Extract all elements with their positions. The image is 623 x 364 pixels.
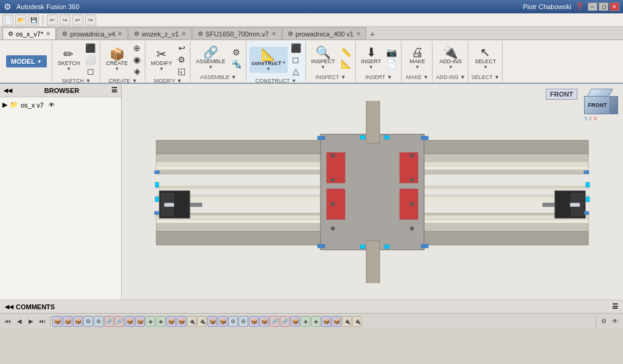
timeline-item-14[interactable]: 🔌 [187, 316, 197, 327]
timeline-item-5[interactable]: ⚙ [94, 316, 103, 327]
redo2-button[interactable]: ↪ [85, 15, 96, 26]
timeline-item-6[interactable]: 🔗 [104, 316, 114, 327]
tab-os-x-v7[interactable]: ⚙ os_x_v7* ✕ [2, 27, 56, 39]
minimize-button[interactable]: ─ [588, 2, 597, 11]
create-sm-2[interactable]: ◉ [131, 54, 142, 65]
timeline-item-19[interactable]: ⚙ [238, 316, 248, 327]
timeline-item-27[interactable]: 📦 [321, 316, 331, 327]
timeline-item-22[interactable]: 🔗 [270, 316, 279, 327]
comments-collapse-icon[interactable]: ◀◀ [5, 304, 13, 310]
tab-add-button[interactable]: + [367, 29, 378, 39]
timeline-item-26[interactable]: ◈ [311, 316, 321, 327]
modify-sm-2[interactable]: ⚙ [176, 54, 187, 65]
timeline-item-3[interactable]: 📦 [73, 316, 83, 327]
inspect-sm-2[interactable]: 📐 [339, 58, 353, 69]
assemble-sm-1[interactable]: ⚙ [229, 47, 243, 58]
undo-button[interactable]: ↩ [47, 15, 58, 26]
comments-options-icon[interactable]: ☰ [612, 303, 618, 311]
timeline-item-30[interactable]: 🔌 [352, 316, 362, 327]
close-button[interactable]: ✕ [610, 2, 619, 11]
timeline-item-20[interactable]: 📦 [249, 316, 259, 327]
assemble-button[interactable]: 🔗 ASSEMBLE ▼ [193, 45, 228, 71]
insert-sm-2[interactable]: 📄 [385, 58, 399, 69]
workspace-button[interactable]: MODEL ▼ [6, 55, 47, 67]
view-cube[interactable]: FRONT Y z X [582, 89, 618, 125]
assemble-sm-2[interactable]: 🔩 [229, 58, 243, 69]
timeline-settings-button[interactable]: ⚙ [598, 316, 609, 327]
timeline-prev-button[interactable]: ◀ [14, 316, 25, 327]
sketch-sm-2[interactable]: ⬜ [83, 54, 97, 65]
timeline-item-23[interactable]: 🔗 [280, 316, 290, 327]
tab-close-1[interactable]: ✕ [117, 30, 122, 37]
timeline-first-button[interactable]: ⏮ [2, 316, 13, 327]
redo-button[interactable]: ↪ [60, 15, 71, 26]
timeline-item-7[interactable]: 🔗 [114, 316, 124, 327]
inspect-sm-1[interactable]: 📏 [339, 47, 353, 58]
make-button[interactable]: 🖨 MAKE ▼ [406, 45, 428, 71]
create-sm-3[interactable]: ◈ [131, 66, 142, 77]
browser-item-root[interactable]: ▶ 📁 os_x v7 👁 [2, 100, 119, 110]
modify-sm-3[interactable]: ◱ [176, 66, 187, 77]
insert-group-label: INSERT ▼ [365, 73, 392, 80]
tab-wozek[interactable]: ⚙ wozek_z_v1 ✕ [128, 27, 192, 39]
sketch-button[interactable]: ✏ SKETCH ▼ [55, 47, 83, 73]
timeline-item-21[interactable]: 📦 [259, 316, 269, 327]
construct-sm-2[interactable]: ◻ [289, 54, 303, 65]
timeline-item-4[interactable]: ⚙ [83, 316, 93, 327]
browser-doc-icon: 📁 [10, 101, 18, 109]
viewport[interactable]: FRONT FRONT Y z X [122, 84, 623, 300]
timeline-item-28[interactable]: 📦 [332, 316, 341, 327]
construct-sm-1[interactable]: ⬛ [289, 43, 303, 53]
timeline-item-13[interactable]: 📦 [176, 316, 186, 327]
timeline-view-button[interactable]: 👁 [610, 316, 621, 327]
construct-sm-3[interactable]: △ [289, 66, 303, 77]
timeline-item-10[interactable]: ◈ [145, 316, 155, 327]
timeline-item-12[interactable]: 📦 [166, 316, 176, 327]
browser-item-eye-icon[interactable]: 👁 [49, 101, 55, 108]
browser-options-icon[interactable]: ☰ [111, 86, 117, 94]
inspect-button[interactable]: 🔍 INSPECT ▼ [309, 45, 338, 71]
save-button[interactable]: 💾 [28, 15, 39, 26]
modify-button[interactable]: ✂ MODIFY ▼ [148, 47, 175, 73]
insert-sm-1[interactable]: 📷 [385, 47, 399, 58]
tab-close-3[interactable]: ✕ [271, 30, 276, 37]
construct-button[interactable]: 📐 consTRucT * ▼ [249, 47, 288, 73]
timeline-last-button[interactable]: ⏭ [37, 316, 48, 327]
new-button[interactable]: 📄 [2, 15, 13, 26]
svg-point-21 [331, 227, 335, 230]
browser-collapse-icon[interactable]: ◀◀ [4, 88, 12, 94]
sketch-sm-1[interactable]: ⬛ [83, 43, 97, 53]
tab-sfu[interactable]: ⚙ SFU1650_700mm.v7 ✕ [192, 27, 282, 39]
timeline-item-18[interactable]: ⚙ [228, 316, 238, 327]
create-sm-1[interactable]: ⊕ [131, 43, 142, 53]
tab-prowadnica-400[interactable]: ⚙ prowadnica_400 v1 ✕ [282, 27, 366, 39]
timeline-item-15[interactable]: 🔌 [197, 316, 207, 327]
open-button[interactable]: 📂 [15, 15, 26, 26]
addins-button[interactable]: 🔌 ADD-INS ▼ [437, 45, 464, 71]
create-button[interactable]: 📦 CREATE ▼ [103, 47, 130, 73]
sketch-sm-3[interactable]: ◻ [83, 66, 97, 77]
timeline-item-2[interactable]: 📦 [63, 316, 72, 327]
timeline-item-16[interactable]: 📦 [207, 316, 217, 327]
timeline-item-17[interactable]: 📦 [218, 316, 228, 327]
svg-rect-36 [155, 182, 159, 187]
timeline-play-button[interactable]: ▶ [26, 316, 37, 327]
modify-sm-1[interactable]: ↩ [176, 43, 187, 53]
insert-button[interactable]: ⬇ INSERT ▼ [359, 45, 384, 71]
select-button[interactable]: ↖ SELECT ▼ [472, 45, 498, 71]
tab-close-2[interactable]: ✕ [181, 30, 186, 37]
svg-rect-32 [360, 136, 365, 139]
ribbon-group-construct: 📐 consTRucT * ▼ ⬛ ◻ △ CONSTRUCT ▼ [247, 41, 306, 81]
undo2-button[interactable]: ↩ [72, 15, 83, 26]
timeline-item-29[interactable]: 🔌 [342, 316, 352, 327]
timeline-item-24[interactable]: 📦 [290, 316, 300, 327]
timeline-item-9[interactable]: 📦 [135, 316, 145, 327]
restore-button[interactable]: ◻ [599, 2, 608, 11]
tab-prowadnica-v4[interactable]: ⚙ prowadnica_v4 ✕ [57, 27, 128, 39]
timeline-item-1[interactable]: 📦 [52, 316, 62, 327]
tab-close-0[interactable]: ✕ [46, 30, 50, 37]
tab-close-4[interactable]: ✕ [356, 30, 361, 37]
timeline-item-8[interactable]: 📦 [125, 316, 134, 327]
timeline-item-11[interactable]: ◈ [156, 316, 165, 327]
timeline-item-25[interactable]: ◈ [301, 316, 310, 327]
